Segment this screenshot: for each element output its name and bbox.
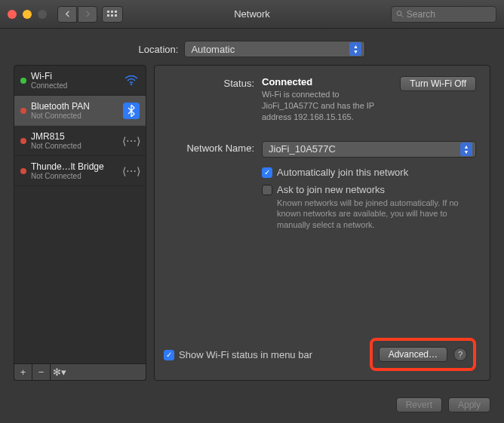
advanced-button[interactable]: Advanced… [379, 347, 447, 362]
advanced-highlight: Advanced… ? [370, 338, 476, 371]
svg-line-7 [401, 15, 403, 17]
turn-wifi-off-button[interactable]: Turn Wi-Fi Off [400, 76, 476, 91]
auto-join-checkbox[interactable]: ✓ [262, 167, 272, 178]
network-name-select[interactable]: JioFi_10A577C ▲▼ [262, 141, 476, 158]
location-row: Location: Automatic ▲▼ [0, 29, 504, 65]
footer: Revert Apply [0, 390, 504, 423]
service-status: Connected [31, 81, 118, 90]
apply-button: Apply [448, 397, 490, 412]
svg-rect-2 [115, 11, 117, 13]
svg-rect-0 [107, 11, 109, 13]
status-description: Wi-Fi is connected to JioFi_10A577C and … [262, 89, 391, 123]
search-input[interactable] [407, 9, 491, 20]
service-status: Not Connected [31, 172, 118, 180]
service-status: Not Connected [31, 112, 118, 120]
minimize-window-button[interactable] [23, 10, 32, 19]
window-title: Network [234, 8, 270, 20]
status-dot-icon [20, 168, 26, 174]
back-button[interactable] [57, 6, 77, 23]
network-name-value: JioFi_10A577C [269, 143, 336, 155]
svg-rect-3 [107, 14, 109, 17]
show-all-button[interactable] [102, 6, 123, 23]
svg-rect-5 [115, 14, 117, 17]
svg-rect-4 [111, 14, 113, 17]
service-status: Not Connected [31, 142, 118, 150]
location-value: Automatic [191, 44, 235, 55]
ask-join-hint: Known networks will be joined automatica… [277, 198, 476, 231]
select-arrows-icon: ▲▼ [460, 143, 472, 156]
service-name: Wi-Fi [31, 71, 118, 81]
ethernet-icon: ⟨⋯⟩ [123, 133, 140, 149]
help-button[interactable]: ? [453, 348, 467, 361]
search-icon [396, 10, 404, 18]
detail-panel: Status: Connected Wi-Fi is connected to … [154, 65, 490, 381]
ethernet-icon: ⟨⋯⟩ [123, 163, 140, 179]
location-label: Location: [139, 44, 179, 55]
remove-service-button[interactable]: − [32, 364, 51, 380]
traffic-lights [8, 10, 47, 19]
services-list[interactable]: Wi-Fi Connected Bluetooth PAN Not Connec… [14, 65, 146, 364]
svg-point-8 [131, 83, 132, 84]
nav-buttons [57, 6, 97, 23]
service-item-jmr815[interactable]: JMR815 Not Connected ⟨⋯⟩ [14, 126, 146, 156]
close-window-button[interactable] [8, 10, 17, 19]
wifi-icon [123, 72, 140, 89]
sidebar-action-bar: + − ✻▾ [14, 364, 146, 381]
svg-rect-1 [111, 11, 113, 13]
status-dot-icon [20, 108, 26, 114]
service-name: JMR815 [31, 131, 118, 142]
service-name: Bluetooth PAN [31, 101, 118, 112]
search-field[interactable] [391, 6, 496, 23]
auto-join-label: Automatically join this network [277, 167, 408, 178]
revert-button: Revert [396, 397, 442, 412]
network-name-label: Network Name: [164, 141, 262, 154]
forward-button [78, 6, 97, 23]
select-arrows-icon: ▲▼ [349, 42, 361, 56]
add-service-button[interactable]: + [14, 364, 32, 380]
status-label: Status: [164, 76, 262, 89]
location-select[interactable]: Automatic ▲▼ [184, 41, 365, 57]
service-item-bluetooth-pan[interactable]: Bluetooth PAN Not Connected [14, 96, 146, 126]
svg-point-6 [397, 11, 401, 16]
service-actions-menu[interactable]: ✻▾ [51, 364, 69, 380]
titlebar: Network [0, 0, 504, 29]
show-menubar-checkbox[interactable]: ✓ [164, 350, 174, 360]
zoom-window-button [38, 10, 47, 19]
service-item-wifi[interactable]: Wi-Fi Connected [14, 66, 146, 96]
status-value: Connected [262, 76, 391, 87]
service-name: Thunde…lt Bridge [31, 161, 118, 172]
ask-join-label: Ask to join new networks [277, 184, 385, 195]
services-sidebar: Wi-Fi Connected Bluetooth PAN Not Connec… [14, 65, 146, 381]
bluetooth-icon [123, 103, 140, 119]
ask-join-checkbox[interactable] [262, 185, 272, 195]
service-item-thunderbolt-bridge[interactable]: Thunde…lt Bridge Not Connected ⟨⋯⟩ [14, 156, 146, 186]
status-dot-icon [20, 138, 26, 144]
status-dot-icon [20, 78, 26, 84]
show-menubar-label: Show Wi-Fi status in menu bar [179, 349, 312, 360]
